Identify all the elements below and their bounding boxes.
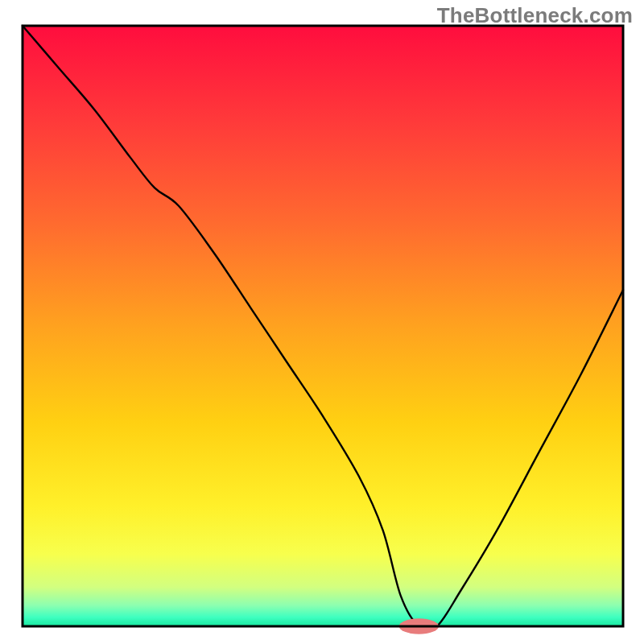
- plot-background: [23, 26, 623, 626]
- bottleneck-plot: [0, 0, 644, 644]
- chart-stage: TheBottleneck.com: [0, 0, 644, 644]
